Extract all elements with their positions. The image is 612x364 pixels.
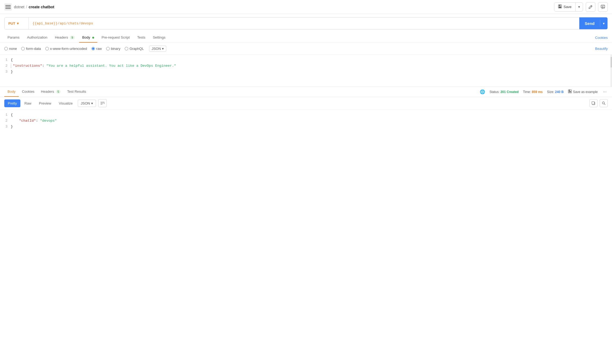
edit-icon-button[interactable] — [586, 2, 595, 12]
send-button-group: Send ▾ — [579, 17, 607, 29]
view-tab-pretty[interactable]: Pretty — [4, 99, 20, 107]
header-left: dotnet / create chatbot — [4, 3, 54, 11]
option-binary[interactable]: binary — [106, 47, 120, 51]
tab-body[interactable]: Body — [79, 33, 97, 43]
size-label: Size: 240 B — [547, 90, 564, 94]
radio-binary[interactable] — [106, 47, 110, 50]
breadcrumb: dotnet / create chatbot — [14, 5, 54, 9]
response-content-1: { — [11, 113, 612, 117]
option-binary-label: binary — [111, 47, 120, 51]
more-options-button[interactable]: ··· — [602, 88, 608, 95]
response-tab-cookies[interactable]: Cookies — [19, 87, 38, 97]
globe-icon: 🌐 — [480, 89, 485, 94]
radio-none[interactable] — [4, 47, 8, 50]
indent-bar: "instructions": "You are a helpful assis… — [11, 64, 176, 68]
headers-badge: 9 — [70, 36, 75, 39]
save-as-example-button[interactable]: Save as example — [568, 90, 598, 94]
response-format-select[interactable]: JSON ▾ — [78, 100, 96, 107]
option-form-data[interactable]: form-data — [21, 47, 41, 51]
svg-rect-4 — [559, 5, 561, 6]
time-value: 859 ms — [532, 90, 543, 94]
option-none[interactable]: none — [4, 47, 17, 51]
view-tab-raw[interactable]: Raw — [21, 99, 35, 107]
method-select[interactable]: PUT ▾ — [5, 17, 29, 29]
code-line-2: 2 "instructions": "You are a helpful ass… — [0, 64, 612, 70]
view-tab-visualize[interactable]: Visualize — [55, 99, 76, 107]
svg-rect-5 — [559, 6, 561, 8]
copy-response-button[interactable] — [589, 99, 598, 107]
svg-point-17 — [602, 102, 604, 104]
app-icon — [4, 3, 12, 11]
scrollbar-thumb — [611, 57, 612, 68]
breadcrumb-sep: / — [26, 5, 27, 9]
method-label: PUT — [8, 21, 15, 25]
response-tabs-bar: Body Cookies Headers 5 Test Results 🌐 St… — [0, 87, 612, 97]
radio-urlencoded[interactable] — [45, 47, 49, 50]
comments-icon-button[interactable] — [598, 2, 608, 12]
response-tab-body[interactable]: Body — [4, 87, 19, 97]
breadcrumb-link[interactable]: dotnet — [14, 5, 24, 9]
svg-rect-0 — [5, 5, 11, 6]
url-bar: PUT ▾ Send ▾ — [4, 17, 608, 29]
option-urlencoded[interactable]: x-www-form-urlencoded — [45, 47, 87, 51]
response-format-label: JSON — [81, 101, 90, 105]
tab-pre-request[interactable]: Pre-request Script — [98, 33, 133, 43]
option-raw-label: raw — [96, 47, 102, 51]
tab-pre-request-label: Pre-request Script — [102, 35, 130, 39]
svg-rect-11 — [569, 91, 571, 92]
svg-line-18 — [604, 104, 605, 105]
line-num-1: 1 — [0, 58, 11, 62]
json-format-select[interactable]: JSON ▾ — [149, 46, 166, 52]
response-meta: 🌐 Status: 201 Created Time: 859 ms Size:… — [480, 88, 608, 95]
tab-params[interactable]: Params — [4, 33, 23, 43]
save-label: Save — [563, 5, 572, 9]
tab-settings-label: Settings — [153, 35, 165, 39]
tab-headers[interactable]: Headers 9 — [52, 33, 78, 43]
tab-settings[interactable]: Settings — [150, 33, 169, 43]
scrollbar[interactable] — [610, 55, 612, 87]
response-colon: : — [36, 119, 40, 123]
send-button[interactable]: Send — [579, 17, 600, 29]
save-dropdown-button[interactable]: ▾ — [576, 3, 583, 11]
response-key-chatid: "chatId" — [19, 119, 36, 123]
save-button[interactable]: Save — [554, 3, 575, 11]
response-line-num-3: 3 — [0, 125, 11, 129]
header: dotnet / create chatbot Save ▾ — [0, 0, 612, 14]
option-raw[interactable]: raw — [91, 47, 102, 51]
tab-tests[interactable]: Tests — [134, 33, 149, 43]
save-icon — [558, 5, 562, 9]
tab-authorization[interactable]: Authorization — [24, 33, 51, 43]
search-response-button[interactable] — [600, 99, 608, 107]
view-tab-pretty-label: Pretty — [8, 101, 17, 105]
body-dot — [92, 37, 94, 39]
view-tab-preview[interactable]: Preview — [35, 99, 55, 107]
radio-form-data[interactable] — [21, 47, 25, 50]
url-input[interactable] — [29, 17, 579, 29]
save-as-example-label: Save as example — [573, 90, 598, 94]
option-graphql[interactable]: GraphQL — [125, 47, 144, 51]
beautify-button[interactable]: Beautify — [595, 47, 608, 51]
method-chevron: ▾ — [17, 21, 19, 25]
response-tab-body-label: Body — [8, 90, 16, 94]
response-tab-headers[interactable]: Headers 5 — [38, 87, 64, 97]
svg-rect-16 — [592, 102, 594, 104]
radio-graphql[interactable] — [125, 47, 128, 50]
tab-body-label: Body — [82, 35, 94, 39]
response-line-num-1: 1 — [0, 113, 11, 117]
response-section: Body Cookies Headers 5 Test Results 🌐 St… — [0, 87, 612, 134]
cookies-link[interactable]: Cookies — [595, 36, 608, 40]
breadcrumb-current: create chatbot — [29, 5, 54, 9]
svg-rect-6 — [601, 5, 605, 8]
response-line-num-2: 2 — [0, 119, 11, 123]
radio-raw[interactable] — [91, 47, 95, 50]
request-body-editor[interactable]: 1 { 2 "instructions": "You are a helpful… — [0, 55, 612, 87]
wrap-button[interactable] — [98, 99, 107, 107]
response-value-chatid: "devops" — [40, 119, 57, 123]
response-tab-test-results[interactable]: Test Results — [64, 87, 89, 97]
send-dropdown-button[interactable]: ▾ — [600, 17, 607, 29]
response-line-2: 2 "chatId": "devops" — [0, 119, 612, 125]
json-format-chevron: ▾ — [162, 47, 164, 51]
view-tab-visualize-label: Visualize — [59, 101, 73, 105]
time-label: Time: 859 ms — [523, 90, 543, 94]
save-example-icon — [568, 90, 572, 94]
